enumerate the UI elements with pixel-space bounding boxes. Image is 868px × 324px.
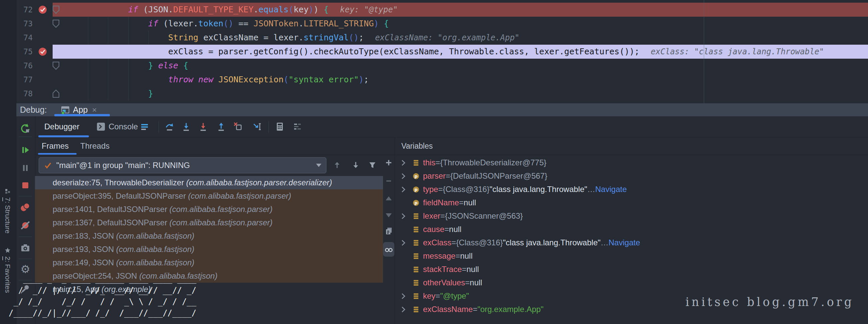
divider [269,121,269,133]
variable-row[interactable]: message = null [395,249,868,263]
fold-marker-icon[interactable] [52,61,60,70]
tab-console[interactable]: Console [97,116,138,137]
stripe-button-structure[interactable]: 7: Structure [0,188,15,234]
stack-frame-row[interactable]: main:15, App (org.example) [35,283,383,296]
code-line-75: 75 exClass = parser.getConfig().checkAut… [16,45,868,59]
variable-row[interactable]: otherValues = null [395,276,868,289]
pin-icon[interactable] [19,283,31,295]
rerun-icon[interactable] [19,123,31,135]
move-up-icon[interactable] [384,194,393,203]
pause-icon[interactable] [19,162,31,174]
svg-text:p: p [414,174,417,179]
variable-row[interactable]: ptype = {Class@316} "class java.lang.Thr… [395,183,868,196]
expand-chevron-icon[interactable] [400,239,406,247]
thread-selector-dropdown[interactable]: "main"@1 in group "main": RUNNING [39,157,327,173]
expand-chevron-icon[interactable] [400,172,406,180]
field-value-icon [412,266,420,273]
move-down-icon[interactable] [384,211,393,219]
line-number: 77 [16,73,33,87]
step-over-icon[interactable] [164,122,175,132]
stack-frame-row[interactable]: parse:1401, DefaultJSONParser (com.aliba… [35,203,383,216]
navigate-link[interactable]: Navigate [609,238,640,247]
thread-dump-icon[interactable] [19,242,31,254]
svg-text:p: p [414,200,417,205]
expand-chevron-icon[interactable] [400,292,406,300]
variable-value: {ThrowableDeserializer@775} [440,158,546,167]
variable-row[interactable]: pfieldName = null [395,196,868,209]
mute-breakpoints-icon[interactable] [19,219,31,231]
debug-tabs-toolbar: Debugger Console [35,116,868,138]
stack-frame-row[interactable]: parseObject:395, DefaultJSONParser (com.… [35,189,383,203]
arrow-up-icon[interactable] [333,161,341,169]
variable-name: stackTrace [423,265,462,274]
variable-row[interactable]: lexer = {JSONScanner@563} [395,209,868,223]
field-value-icon [412,212,420,220]
step-into-icon[interactable] [181,122,191,132]
code-line-74: 74 String exClassName = lexer.stringVal(… [16,31,868,45]
gear-icon[interactable]: ⚙ [19,263,31,275]
svg-text:p: p [414,187,417,192]
drop-frame-icon[interactable] [233,122,243,132]
close-icon[interactable]: × [92,105,97,115]
parameter-icon: p [412,172,420,180]
code-line-71: 71 [16,0,868,3]
tab-threads[interactable]: Threads [80,137,110,155]
layout-settings-icon[interactable] [292,122,303,132]
force-step-into-icon[interactable] [198,122,208,132]
stack-frame-row[interactable]: parse:1367, DefaultJSONParser (com.aliba… [35,216,383,229]
step-out-icon[interactable] [216,122,226,132]
stripe-button-favorites[interactable]: 2: Favorites [0,247,15,293]
run-to-cursor-icon[interactable] [252,122,262,132]
resume-icon[interactable] [19,144,31,156]
fold-marker-icon[interactable] [52,19,60,28]
field-value-icon [412,292,420,300]
field-value-icon [412,306,420,313]
show-execution-point-icon[interactable] [140,122,150,132]
breakpoint-icon[interactable] [38,47,47,56]
code-line-72: 72 if (JSON.DEFAULT_TYPE_KEY.equals(key)… [16,3,868,17]
thread-selector-text: "main"@1 in group "main": RUNNING [56,161,190,170]
variable-row[interactable]: this = {ThrowableDeserializer@775} [395,156,868,169]
copy-stack-icon[interactable] [384,227,393,235]
remove-watch-icon[interactable] [384,177,393,185]
expand-chevron-icon[interactable] [400,212,406,220]
divider [19,137,32,137]
view-breakpoints-icon[interactable] [19,201,31,213]
tab-debugger[interactable]: Debugger [44,116,79,137]
code-text: throw new JSONException("syntax error"); [68,73,369,87]
variable-value: {DefaultJSONParser@567} [450,171,547,181]
variable-name: type [423,185,438,194]
tab-frames[interactable]: Frames [42,137,69,155]
breakpoint-icon[interactable] [38,5,47,14]
stack-frame-row[interactable]: parse:183, JSON (com.alibaba.fastjson) [35,229,383,243]
expand-chevron-icon[interactable] [400,159,406,167]
add-watch-icon[interactable] [384,158,393,167]
expand-chevron-icon[interactable] [400,186,406,193]
variable-row[interactable]: cause = null [395,223,868,236]
stack-frame-row[interactable]: parse:193, JSON (com.alibaba.fastjson) [35,243,383,256]
navigate-link[interactable]: Navigate [595,185,627,194]
evaluate-expression-icon[interactable] [275,122,285,132]
divider [19,196,32,196]
variable-value: … [587,185,595,194]
stack-frame-row[interactable]: parseObject:254, JSON (com.alibaba.fastj… [35,269,383,283]
variable-row[interactable]: exClass = {Class@316} "class java.lang.T… [395,236,868,249]
expand-chevron-icon[interactable] [400,306,406,313]
fold-marker-icon[interactable] [52,5,60,14]
variable-name: otherValues [423,278,465,287]
variable-row[interactable]: key = "@type" [395,289,868,303]
show-watches-glasses-icon[interactable] [384,245,393,254]
terminal-icon [97,122,105,131]
arrow-down-icon[interactable] [351,161,360,169]
stack-frame-row[interactable]: parse:149, JSON (com.alibaba.fastjson) [35,256,383,269]
variable-row[interactable]: stackTrace = null [395,263,868,276]
divider [159,121,159,133]
stop-icon[interactable] [19,179,31,192]
code-line-78: 78 } [16,87,868,101]
filter-funnel-icon[interactable] [368,161,377,169]
fold-marker-icon[interactable] [52,89,60,98]
variable-value: null [464,198,476,207]
stack-frame-row[interactable]: deserialze:75, ThrowableDeserializer (co… [35,176,383,189]
variable-row[interactable]: exClassName = "org.example.App" [395,303,868,316]
variable-row[interactable]: pparser = {DefaultJSONParser@567} [395,169,868,183]
